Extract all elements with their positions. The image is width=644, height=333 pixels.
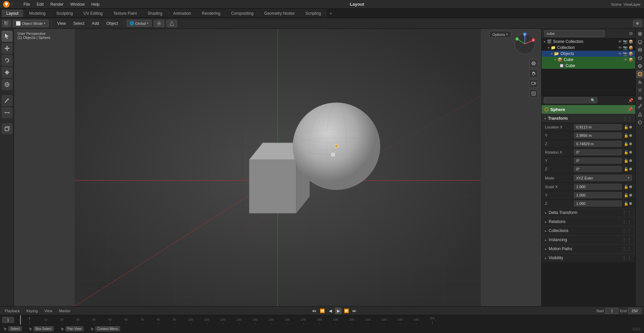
annotate-tool-btn[interactable] <box>2 95 12 106</box>
global-dropdown[interactable]: 🌐 Global ▾ <box>127 20 152 27</box>
scale-z-value[interactable]: 1.000 <box>574 201 622 207</box>
transform-tool-btn[interactable] <box>2 79 12 90</box>
props-pin-icon[interactable]: 📌 <box>628 98 633 103</box>
menu-edit[interactable]: Edit <box>33 1 47 8</box>
props-object-data-icon[interactable] <box>636 111 644 118</box>
coll-holdout-icon[interactable]: 📦 <box>629 46 633 50</box>
props-material-icon[interactable] <box>636 119 644 126</box>
props-physics-icon[interactable] <box>636 95 644 102</box>
relations-section[interactable]: ▸ Relations ⋮⋮ <box>542 217 635 226</box>
rotation-z-value[interactable]: 0° <box>574 166 622 172</box>
props-object-icon[interactable] <box>636 70 644 78</box>
outliner-filter-icon[interactable]: ⊟ <box>629 31 633 36</box>
move-tool-btn[interactable] <box>2 43 12 54</box>
menu-window[interactable]: Window <box>67 1 88 8</box>
tab-compositing[interactable]: Compositing <box>226 9 259 17</box>
menu-render[interactable]: Render <box>47 1 67 8</box>
camera-view-btn[interactable] <box>529 79 538 88</box>
rotate-tool-btn[interactable] <box>2 55 12 66</box>
proportional-edit-btn[interactable] <box>154 20 164 27</box>
current-frame-input[interactable] <box>2 317 14 323</box>
location-y-lock-icon[interactable]: 🔓 <box>624 133 629 138</box>
props-world-icon[interactable] <box>636 62 644 70</box>
props-modifier-icon[interactable] <box>636 78 644 86</box>
3d-viewport[interactable]: User Perspective (1) Objects | Sphere Z … <box>14 29 541 306</box>
prev-keyframe-btn[interactable]: ⏪ <box>319 308 326 314</box>
icon-select-btn[interactable] <box>2 20 11 27</box>
props-view-layer-icon[interactable] <box>636 46 644 54</box>
object-menu[interactable]: Object <box>104 20 121 27</box>
location-z-value[interactable]: 0.74829 m <box>574 141 622 147</box>
tab-shading[interactable]: Shading <box>143 9 167 17</box>
location-x-lock-icon[interactable]: 🔓 <box>624 125 629 129</box>
keying-menu[interactable]: Keying <box>24 308 40 314</box>
holdout-icon[interactable]: 📦 <box>629 40 633 44</box>
navigation-gizmo[interactable]: Z X Y <box>513 32 537 56</box>
rotation-z-lock-icon[interactable]: 🔓 <box>624 167 629 171</box>
timeline-ruler[interactable]: 1 10 20 30 40 50 60 70 80 90 100 110 120… <box>0 315 644 325</box>
view-menu[interactable]: View <box>42 308 54 314</box>
rotation-x-dot[interactable] <box>629 151 632 154</box>
tab-layout[interactable]: Layout <box>1 9 23 17</box>
rotation-y-value[interactable]: 0° <box>574 158 622 164</box>
location-x-value[interactable]: 0.9113 m <box>574 124 622 130</box>
select-menu[interactable]: Select <box>70 20 87 27</box>
add-menu[interactable]: Add <box>89 20 102 27</box>
transform-pivot-btn[interactable]: ⊕ <box>633 20 642 27</box>
coll-render-icon[interactable]: 📷 <box>623 46 628 50</box>
rotation-mode-dropdown[interactable]: XYZ Euler ▾ <box>574 175 632 181</box>
rotation-x-value[interactable]: 0° <box>574 149 622 155</box>
scale-y-lock-icon[interactable]: 🔓 <box>624 193 629 198</box>
motion-paths-section[interactable]: ▸ Motion Paths ⋮⋮ <box>542 244 635 253</box>
add-cube-btn[interactable] <box>2 123 12 134</box>
properties-search-input[interactable] <box>544 97 597 103</box>
scale-z-dot[interactable] <box>629 202 632 205</box>
next-keyframe-btn[interactable]: ⏩ <box>343 308 350 314</box>
tab-animation[interactable]: Animation <box>168 9 196 17</box>
rotation-y-lock-icon[interactable]: 🔓 <box>624 159 629 163</box>
transform-section-header[interactable]: ▾ Transform ⋮⋮ <box>542 114 635 123</box>
props-render-icon[interactable] <box>636 30 644 38</box>
visibility-icon[interactable]: 👁 <box>618 40 622 44</box>
location-x-dot[interactable] <box>629 126 632 128</box>
snap-btn[interactable] <box>166 20 177 27</box>
render-icon[interactable]: 📷 <box>623 40 628 44</box>
menu-file[interactable]: File <box>20 1 33 8</box>
ortho-view-btn[interactable] <box>529 89 538 98</box>
add-workspace-button[interactable]: + <box>327 9 335 17</box>
tree-item-scene-collection[interactable]: ▾ 🎬 Scene Collection 👁 📷 📦 <box>542 39 635 45</box>
coll-visibility-icon[interactable]: 👁 <box>618 46 622 50</box>
tab-scripting[interactable]: Scripting <box>300 9 326 17</box>
tree-item-objects[interactable]: ▾ 📂 Objects 👁 📷 📦 <box>542 51 635 57</box>
measure-tool-btn[interactable] <box>2 107 12 118</box>
scale-y-dot[interactable] <box>629 194 632 197</box>
location-y-dot[interactable] <box>629 134 632 137</box>
play-btn[interactable]: ▶ <box>335 308 342 314</box>
tab-geometry-nodes[interactable]: Geometry Nodes <box>259 9 300 17</box>
outliner-search-input[interactable] <box>544 30 605 37</box>
tab-uv-editing[interactable]: UV Editing <box>79 9 108 17</box>
object-mode-dropdown[interactable]: ⬜ Object Mode ▾ <box>13 20 49 27</box>
cube-visibility-icon[interactable]: 👁 <box>624 58 628 62</box>
playback-menu[interactable]: Playback <box>3 308 22 314</box>
props-scene-icon[interactable] <box>636 54 644 62</box>
obj-holdout-icon[interactable]: 📦 <box>629 52 633 56</box>
viewport-options-btn[interactable]: Options ▾ <box>489 31 511 38</box>
select-tool-btn[interactable] <box>2 31 12 42</box>
tree-item-cube[interactable]: ▾ 📦 Cube 👁 📦 <box>542 57 635 63</box>
cube-render-icon[interactable]: 📦 <box>629 58 633 62</box>
object-name-label[interactable]: Sphere <box>550 107 565 112</box>
tab-modeling[interactable]: Modeling <box>24 9 51 17</box>
rotation-z-dot[interactable] <box>629 168 632 170</box>
start-frame-input[interactable] <box>605 308 618 314</box>
visibility-section[interactable]: ▸ Visibility ⋮⋮ <box>542 253 635 262</box>
props-output-icon[interactable] <box>636 38 644 46</box>
obj-pin-icon[interactable]: 📌 <box>628 107 633 112</box>
tab-texture-paint[interactable]: Texture Paint <box>108 9 142 17</box>
collections-section[interactable]: ▸ Collections ⋮⋮ <box>542 226 635 235</box>
tab-rendering[interactable]: Rendering <box>197 9 225 17</box>
jump-end-btn[interactable]: ⏭ <box>351 308 358 314</box>
play-reverse-btn[interactable]: ◀ <box>327 308 334 314</box>
delta-transform-section[interactable]: ▸ Delta Transform ⋮⋮ <box>542 208 635 217</box>
hand-tool-btn[interactable] <box>529 69 538 78</box>
